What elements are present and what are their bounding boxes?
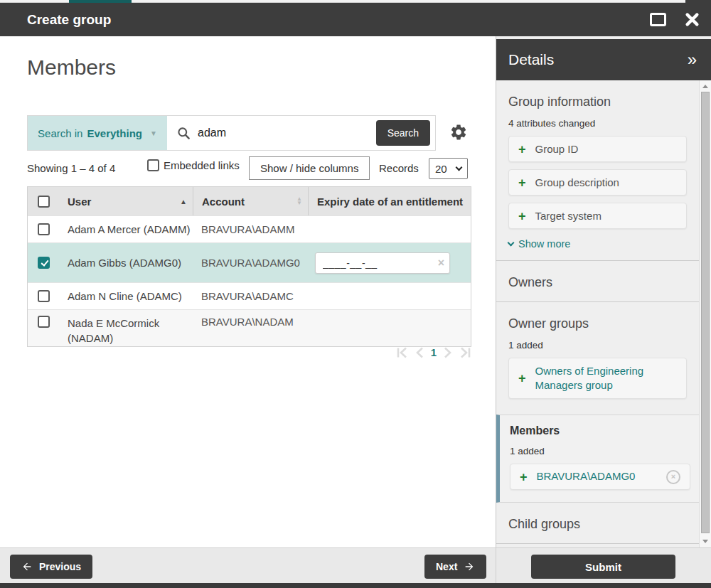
members-table: User ▲ Account ▲▼ Expiry date of an enti… [27,186,471,347]
first-page-icon[interactable] [396,347,408,358]
table-row: Adam N Cline (ADAMC) BRAVURA\ADAMC [28,282,471,309]
search-button[interactable]: Search [376,120,430,146]
scroll-up-icon[interactable] [702,85,708,88]
table-row: Adam A Mercer (ADAMM) BRAVURA\ADAMM [28,215,471,242]
member-chip: + BRAVURA\ADAMG0 × [510,464,690,490]
dialog-title: Create group [27,12,111,28]
column-header-expiry: Expiry date of an entitlement [308,187,471,215]
search-scope-value: Everything [87,127,142,139]
row-checkbox[interactable] [38,223,50,235]
records-value: 20 [435,163,447,175]
row-checkbox[interactable] [38,257,50,269]
page-number[interactable]: 1 [431,346,437,358]
clear-icon[interactable]: × [438,257,444,269]
bottom-page-strip [0,583,711,588]
details-title: Details [508,51,554,68]
select-all-checkbox[interactable] [38,196,50,208]
scrollbar-thumb[interactable] [701,92,710,533]
expiry-date-input[interactable] [315,252,450,274]
scroll-down-icon[interactable] [702,540,708,543]
dialog-footer: Previous Next Submit [0,547,711,583]
records-label: Records [379,162,419,174]
plus-icon: + [518,176,526,189]
showing-count: Showing 1 – 4 of 4 [27,162,115,174]
section-heading-members: Members [510,424,687,437]
row-checkbox[interactable] [38,316,50,328]
search-icon [177,127,191,140]
records-select[interactable]: 20 [429,158,468,179]
plus-icon: + [520,471,528,483]
footer-divider [496,548,496,583]
section-heading-owners: Owners [508,275,687,290]
chevron-down-icon [456,164,463,171]
members-section-highlighted: Members 1 added + BRAVURA\ADAMG0 × [496,415,699,503]
search-scope-dropdown[interactable]: Search in Everything ▼ [28,116,167,150]
owner-group-link[interactable]: Owners of Engineering Managers group [535,364,667,393]
sidebar-scrollbar [699,80,711,547]
column-header-user[interactable]: User ▲ [59,196,193,208]
details-panel: Details » Group information 4 attributes… [496,36,711,547]
next-button[interactable]: Next [424,555,486,579]
column-header-account[interactable]: Account ▲▼ [193,187,308,215]
show-more-link[interactable]: Show more [508,238,570,250]
plus-icon: + [518,210,526,223]
section-heading-group-information: Group information [508,95,687,109]
table-header-row: User ▲ Account ▲▼ Expiry date of an enti… [28,187,471,215]
plus-icon: + [518,143,526,156]
next-page-icon[interactable] [444,347,452,358]
submit-button[interactable]: Submit [531,555,675,579]
details-body: Group information 4 attributes changed +… [496,80,699,547]
member-link[interactable]: BRAVURA\ADAMG0 [537,469,636,483]
collapse-panel-icon[interactable]: » [688,51,697,68]
sort-ascending-icon: ▲ [180,198,187,205]
search-input[interactable] [198,127,376,139]
embedded-links-control: Embedded links [147,159,240,171]
table-row-selected: Adam Gibbs (ADAMG0) BRAVURA\ADAMG0 × [28,242,471,282]
owner-group-chip[interactable]: + Owners of Engineering Managers group [508,358,687,399]
previous-button[interactable]: Previous [10,555,92,579]
plus-icon: + [518,372,526,385]
create-group-dialog: Create group Members Search in Everythin… [0,0,711,588]
search-input-wrap [167,116,376,150]
row-checkbox[interactable] [38,290,50,302]
remove-member-icon[interactable]: × [666,470,680,484]
gear-icon[interactable] [448,122,469,144]
attribute-chip-target-system[interactable]: + Target system [508,203,687,229]
group-information-status: 4 attributes changed [508,118,687,129]
search-bar: Search in Everything ▼ Search [27,115,436,151]
previous-page-icon[interactable] [415,347,424,358]
last-page-icon[interactable] [459,347,471,358]
pagination: 1 [27,346,471,358]
maximize-icon[interactable] [650,13,666,26]
attribute-chip-group-description[interactable]: + Group description [508,169,687,196]
embedded-links-checkbox[interactable] [147,159,159,171]
embedded-links-label[interactable]: Embedded links [164,159,240,171]
details-header: Details » [496,39,711,80]
section-heading-owner-groups: Owner groups [508,316,687,331]
sort-both-icon: ▲▼ [296,197,302,205]
table-row: Nada E McCormick (NADAM) BRAVURA\NADAM [28,309,471,346]
dialog-titlebar: Create group [0,3,711,36]
attribute-chip-group-id[interactable]: + Group ID [508,136,687,162]
members-status: 1 added [510,446,687,456]
divider [496,301,699,302]
show-hide-columns-button[interactable]: Show / hide columns [249,156,370,180]
search-scope-prefix: Search in [38,127,82,139]
divider [496,260,699,261]
chevron-down-icon: ▼ [150,129,157,137]
chevron-down-icon [508,239,515,246]
close-icon[interactable] [685,12,700,27]
owner-groups-status: 1 added [508,340,687,351]
section-heading-child-groups: Child groups [508,517,687,532]
divider [496,543,699,544]
page-title: Members [27,55,116,80]
